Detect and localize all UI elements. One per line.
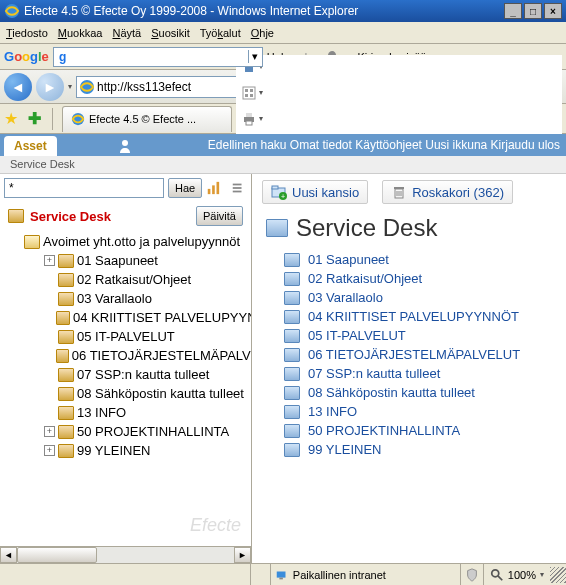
list-item[interactable]: 03 Varallaolo xyxy=(266,288,552,307)
tree-label: 06 TIETOJÄRJESTELMÄPALVELUT xyxy=(72,348,251,363)
tree-item[interactable]: 07 SSP:n kautta tulleet xyxy=(4,365,251,384)
maximize-button[interactable]: □ xyxy=(524,3,542,19)
list-item-link[interactable]: 05 IT-PALVELUT xyxy=(308,328,406,343)
svg-text:g: g xyxy=(59,50,66,64)
forward-button[interactable]: ► xyxy=(36,73,64,101)
svg-rect-24 xyxy=(272,186,278,189)
menu-muokkaa[interactable]: Muokkaa xyxy=(58,27,103,39)
close-button[interactable]: × xyxy=(544,3,562,19)
left-search-input[interactable] xyxy=(4,178,164,198)
expander-icon[interactable]: + xyxy=(44,445,55,456)
folder-icon xyxy=(56,311,70,325)
tree-item[interactable]: 05 IT-PALVELUT xyxy=(4,327,251,346)
expander-icon[interactable]: + xyxy=(44,426,55,437)
folder-icon xyxy=(58,444,74,458)
list-item-link[interactable]: 13 INFO xyxy=(308,404,357,419)
status-section-2 xyxy=(251,564,271,585)
tree-item[interactable]: 02 Ratkaisut/Ohjeet xyxy=(4,270,251,289)
scroll-track[interactable] xyxy=(17,547,234,563)
google-logo: Google xyxy=(4,49,49,64)
svg-rect-19 xyxy=(217,182,220,194)
scroll-thumb[interactable] xyxy=(17,547,97,563)
list-item[interactable]: 07 SSP:n kautta tulleet xyxy=(266,364,552,383)
folder-blue-icon xyxy=(284,348,300,362)
feed-button[interactable]: ▾ xyxy=(236,81,562,105)
tree-label: 13 INFO xyxy=(77,405,126,420)
tree-item[interactable]: 03 Varallaolo xyxy=(4,289,251,308)
menu-suosikit[interactable]: Suosikit xyxy=(151,27,190,39)
tree-item[interactable]: 06 TIETOJÄRJESTELMÄPALVELUT xyxy=(4,346,251,365)
menu-ohje[interactable]: Ohje xyxy=(251,27,274,39)
svg-rect-7 xyxy=(243,87,255,99)
refresh-tree-button[interactable]: Päivitä xyxy=(196,206,243,226)
app-header-links[interactable]: Edellinen haku Omat tiedot Käyttöohjeet … xyxy=(133,138,566,152)
list-item-link[interactable]: 08 Sähköpostin kautta tulleet xyxy=(308,385,475,400)
favorites-icon[interactable]: ★ xyxy=(4,109,24,129)
tab-label: Efecte 4.5 © Efecte ... xyxy=(89,113,196,125)
menu-nayta[interactable]: Näytä xyxy=(112,27,141,39)
tree-label: 01 Saapuneet xyxy=(77,253,158,268)
list-item[interactable]: 99 YLEINEN xyxy=(266,440,552,459)
trash-icon xyxy=(391,184,407,200)
list-item-link[interactable]: 03 Varallaolo xyxy=(308,290,383,305)
list-item[interactable]: 01 Saapuneet xyxy=(266,250,552,269)
back-button[interactable]: ◄ xyxy=(4,73,32,101)
folder-icon xyxy=(56,349,69,363)
list-item-link[interactable]: 50 PROJEKTINHALLINTA xyxy=(308,423,460,438)
tree-item[interactable]: 13 INFO xyxy=(4,403,251,422)
list-item[interactable]: 02 Ratkaisut/Ohjeet xyxy=(266,269,552,288)
new-folder-button[interactable]: + Uusi kansio xyxy=(262,180,368,204)
list-item-link[interactable]: 06 TIETOJÄRJESTELMÄPALVELUT xyxy=(308,347,520,362)
minimize-button[interactable]: _ xyxy=(504,3,522,19)
scroll-right-button[interactable]: ► xyxy=(234,547,251,563)
folder-open-icon xyxy=(24,235,40,249)
status-zone: Paikallinen intranet xyxy=(271,564,461,585)
zoom-menu[interactable]: ▾ xyxy=(540,570,544,579)
google-search-dropdown[interactable]: ▾ xyxy=(248,50,262,63)
tree-item[interactable]: +01 Saapuneet xyxy=(4,251,251,270)
watermark: Efecte xyxy=(190,515,241,536)
list-item[interactable]: 06 TIETOJÄRJESTELMÄPALVELUT xyxy=(266,345,552,364)
list-item[interactable]: 04 KRIITTISET PALVELUPYYNNÖT xyxy=(266,307,552,326)
list-item-link[interactable]: 07 SSP:n kautta tulleet xyxy=(308,366,440,381)
hae-button[interactable]: Hae xyxy=(168,178,202,198)
google-g-icon: g xyxy=(56,49,72,65)
list-item-link[interactable]: 04 KRIITTISET PALVELUPYYNNÖT xyxy=(308,309,519,324)
person-icon[interactable] xyxy=(117,138,133,154)
list-item[interactable]: 08 Sähköpostin kautta tulleet xyxy=(266,383,552,402)
tab-ie-icon xyxy=(71,112,85,126)
svg-rect-8 xyxy=(245,89,248,92)
google-search-box[interactable]: g ▾ xyxy=(53,47,263,67)
list-item[interactable]: 05 IT-PALVELUT xyxy=(266,326,552,345)
list-item-link[interactable]: 02 Ratkaisut/Ohjeet xyxy=(308,271,422,286)
menu-tyokalut[interactable]: Työkalut xyxy=(200,27,241,39)
menu-tiedosto[interactable]: Tiedosto xyxy=(6,27,48,39)
tree-item[interactable]: +99 YLEINEN xyxy=(4,441,251,460)
chart-menu-icon[interactable] xyxy=(231,179,247,197)
add-favorite-icon[interactable]: ✚ xyxy=(28,109,48,129)
zoom-control[interactable]: 100% ▾ xyxy=(484,568,550,582)
scroll-left-button[interactable]: ◄ xyxy=(0,547,17,563)
expander-icon[interactable]: + xyxy=(44,255,55,266)
folder-blue-icon xyxy=(284,329,300,343)
list-item[interactable]: 50 PROJEKTINHALLINTA xyxy=(266,421,552,440)
app-tab-asset[interactable]: Asset xyxy=(4,136,57,156)
resize-grip[interactable] xyxy=(550,567,566,583)
svg-text:+: + xyxy=(281,193,285,200)
nav-history-menu[interactable]: ▾ xyxy=(68,82,72,91)
list-item-link[interactable]: 01 Saapuneet xyxy=(308,252,389,267)
chart-icon[interactable] xyxy=(206,179,227,197)
trash-button[interactable]: Roskakori (362) xyxy=(382,180,513,204)
list-item-link[interactable]: 99 YLEINEN xyxy=(308,442,381,457)
tree-item[interactable]: +50 PROJEKTINHALLINTA xyxy=(4,422,251,441)
tree-item-root[interactable]: Avoimet yht.otto ja palvelupyynnöt xyxy=(4,232,251,251)
svg-rect-13 xyxy=(246,113,252,117)
list-item[interactable]: 13 INFO xyxy=(266,402,552,421)
tree-item[interactable]: 08 Sähköpostin kautta tulleet xyxy=(4,384,251,403)
horizontal-scrollbar[interactable]: ◄ ► xyxy=(0,546,251,563)
tree-item[interactable]: 04 KRIITTISET PALVELUPYYNNÖT xyxy=(4,308,251,327)
browser-tab[interactable]: Efecte 4.5 © Efecte ... xyxy=(62,106,232,132)
app-tab-service-desk[interactable]: Service Desk xyxy=(0,156,566,174)
home-button[interactable]: ▾ xyxy=(236,55,562,79)
print-button[interactable]: ▾ xyxy=(236,107,562,131)
